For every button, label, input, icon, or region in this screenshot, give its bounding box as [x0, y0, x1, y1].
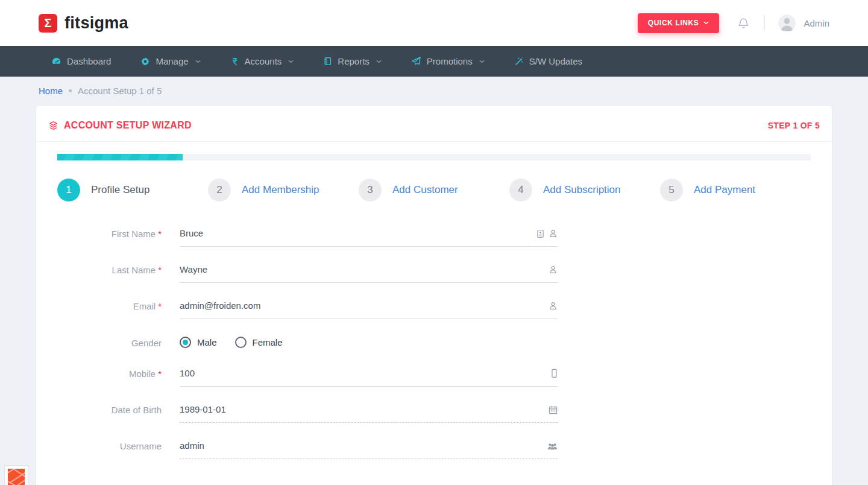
input-username[interactable]: admin — [180, 440, 558, 459]
nav-item-dashboard[interactable]: Dashboard — [51, 56, 111, 66]
input-mobile[interactable]: 100 — [180, 368, 558, 387]
top-header: Σ fitsigma QUICK LINKS Admin — [0, 0, 868, 46]
quick-links-label: QUICK LINKS — [648, 19, 699, 27]
mobile-icon — [551, 369, 558, 378]
step-number: 2 — [208, 179, 231, 201]
wizard-step-add-subscription[interactable]: 4Add Subscription — [509, 179, 660, 201]
id-card-icon — [536, 229, 544, 238]
chevron-down-icon — [195, 60, 201, 63]
field-label-text: Date of Birth — [112, 405, 162, 415]
field-label: First Name* — [36, 228, 162, 239]
nav-item-label: S/W Updates — [529, 56, 582, 66]
form-row-mobile: Mobile*100 — [36, 368, 832, 387]
required-asterisk: * — [158, 265, 162, 275]
nav-item-label: Accounts — [245, 56, 282, 66]
wizard-step-add-customer[interactable]: 3Add Customer — [359, 179, 509, 201]
radio-dot — [183, 340, 188, 345]
logo-text: fitsigma — [64, 14, 128, 33]
input-email[interactable]: admin@froiden.com — [180, 300, 558, 319]
input-value: Wayne — [180, 264, 207, 274]
required-asterisk: * — [158, 301, 162, 311]
input-value: admin@froiden.com — [180, 300, 260, 311]
header-divider — [764, 15, 765, 31]
step-label: Profile Setup — [91, 184, 149, 196]
step-number: 5 — [660, 179, 683, 201]
field-label: Date of Birth — [36, 404, 162, 415]
step-indicator: STEP 1 OF 5 — [768, 121, 820, 130]
dashboard-icon — [51, 56, 61, 66]
breadcrumb-separator — [69, 89, 72, 92]
radio-ring — [180, 337, 191, 348]
input-icons — [547, 442, 558, 451]
chevron-down-icon — [376, 60, 382, 63]
progress-fill — [57, 154, 183, 160]
step-number: 4 — [509, 179, 532, 201]
radio-female[interactable]: Female — [235, 337, 283, 348]
layers-icon — [48, 121, 58, 131]
quick-links-button[interactable]: QUICK LINKS — [638, 13, 720, 33]
nav-item-label: Manage — [156, 56, 188, 66]
input-last-name[interactable]: Wayne — [180, 264, 558, 283]
form-row-username: Usernameadmin — [36, 440, 832, 459]
field-label: Last Name* — [36, 264, 162, 275]
form-row-first-name: First Name*Bruce — [36, 228, 832, 247]
wizard-step-add-payment[interactable]: 5Add Payment — [660, 179, 811, 201]
nav-item-accounts[interactable]: Accounts — [230, 56, 294, 66]
wizard-steps: 1Profile Setup2Add Membership3Add Custom… — [36, 160, 832, 201]
form-row-last-name: Last Name*Wayne — [36, 264, 832, 283]
chevron-down-icon — [479, 60, 485, 63]
input-icons — [549, 301, 558, 311]
radio-label: Male — [197, 337, 217, 347]
notifications-bell-icon[interactable] — [737, 17, 750, 30]
input-value: 100 — [180, 368, 195, 378]
breadcrumb-current: Account Setup 1 of 5 — [78, 86, 162, 96]
input-icons — [551, 369, 558, 378]
field-label: Email* — [36, 300, 162, 311]
input-icons — [549, 265, 558, 274]
nav-item-manage[interactable]: Manage — [140, 56, 200, 66]
breadcrumb-home-link[interactable]: Home — [39, 86, 63, 96]
input-first-name[interactable]: Bruce — [180, 228, 558, 247]
step-label: Add Customer — [392, 184, 458, 196]
step-number: 1 — [57, 179, 80, 201]
field-label: Gender — [36, 337, 162, 348]
nav-item-reports[interactable]: Reports — [323, 56, 382, 66]
field-label-text: Mobile — [129, 369, 156, 379]
users-icon — [547, 442, 558, 451]
debugbar-icon[interactable] — [4, 465, 28, 485]
paper-plane-icon — [411, 56, 421, 66]
field-label-text: Last Name — [112, 265, 156, 275]
chevron-down-icon — [288, 60, 294, 63]
rupee-icon — [230, 57, 239, 66]
field-label-text: Email — [133, 301, 156, 311]
user-menu[interactable]: Admin — [804, 18, 829, 28]
form-row-gender: GenderMaleFemale — [36, 337, 832, 348]
field-label-text: Gender — [131, 338, 162, 348]
wizard-step-profile-setup[interactable]: 1Profile Setup — [57, 179, 208, 201]
nav-item-label: Promotions — [427, 56, 473, 66]
radio-male[interactable]: Male — [180, 337, 217, 348]
nav-item-label: Reports — [338, 56, 370, 66]
step-number: 3 — [359, 179, 382, 201]
breadcrumb: Home Account Setup 1 of 5 — [0, 77, 868, 103]
gear-icon — [140, 57, 150, 66]
avatar[interactable] — [778, 14, 796, 32]
radio-ring — [235, 337, 247, 348]
logo[interactable]: Σ fitsigma — [39, 14, 128, 33]
nav-item-s-w-updates[interactable]: S/W Updates — [514, 56, 582, 66]
step-label: Add Subscription — [543, 184, 621, 196]
profile-setup-form: First Name*BruceLast Name*WayneEmail*adm… — [36, 201, 832, 459]
input-date-of-birth[interactable]: 1989-01-01 — [180, 404, 558, 423]
user-icon — [549, 301, 558, 311]
nav-item-label: Dashboard — [67, 56, 111, 66]
progress-bar — [57, 154, 811, 160]
required-asterisk: * — [158, 229, 162, 239]
book-icon — [323, 56, 332, 66]
step-label: Add Membership — [242, 184, 319, 196]
topbar-right: QUICK LINKS Admin — [638, 13, 829, 33]
nav-item-promotions[interactable]: Promotions — [411, 56, 485, 66]
field-label-text: Username — [120, 441, 162, 451]
main-navbar: DashboardManageAccountsReportsPromotions… — [0, 46, 868, 77]
calendar-icon — [549, 405, 558, 414]
wizard-step-add-membership[interactable]: 2Add Membership — [208, 179, 359, 201]
